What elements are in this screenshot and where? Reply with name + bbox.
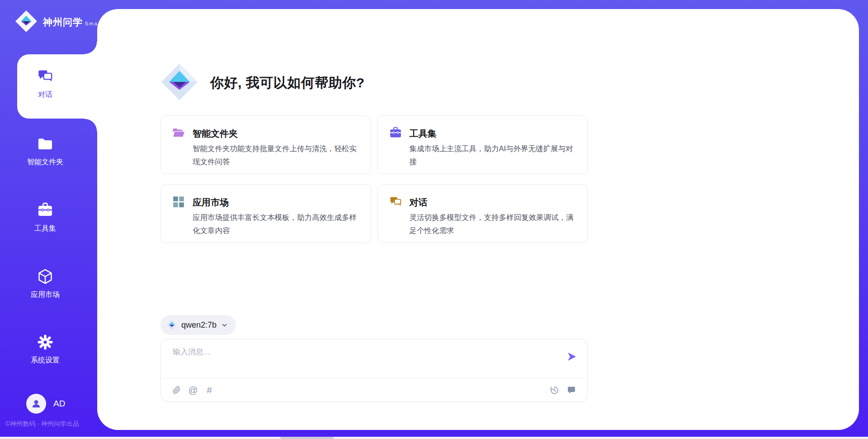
card-chat[interactable]: 对话 灵活切换多模型文件，支持多样回复效果调试，满足个性化需求: [377, 184, 588, 243]
model-diamond-logo-icon: [167, 320, 177, 330]
model-selector[interactable]: qwen2:7b: [160, 315, 236, 335]
avatar: [26, 394, 46, 414]
user-initials: AD: [53, 399, 65, 409]
sidebar-item-smart-folder[interactable]: 智能文件夹: [0, 135, 90, 167]
card-title: 应用市场: [193, 196, 229, 209]
active-nav-fillet-bottom: [85, 119, 97, 131]
sidebar-item-label: 系统设置: [0, 356, 90, 365]
toolbox-icon: [389, 126, 402, 142]
sidebar-item-label: 智能文件夹: [0, 157, 90, 167]
paperclip-icon[interactable]: [172, 385, 182, 396]
sidebar-item-label: 对话: [0, 90, 90, 100]
model-name: qwen2:7b: [181, 320, 217, 330]
folder-icon: [37, 135, 54, 154]
card-toolbox[interactable]: 工具集 集成市场上主流工具，助力AI与外界无缝扩展与对接: [377, 115, 588, 174]
sidebar-item-label: 工具集: [0, 224, 90, 234]
grid-icon: [172, 195, 185, 210]
feature-cards: 智能文件夹 智能文件夹功能支持批量文件上传与清洗，轻松实现文件问答 工具集 集成…: [160, 115, 588, 243]
card-title: 对话: [410, 196, 428, 209]
chat-icon: [389, 195, 402, 210]
card-app-market[interactable]: 应用市场 应用市场提供丰富长文本模板，助力高效生成多样化文章内容: [160, 184, 371, 243]
brand-diamond-logo-icon: [15, 10, 38, 34]
horizontal-scrollbar-track: [0, 437, 868, 439]
chat-bubble-icon[interactable]: [566, 385, 576, 396]
message-input[interactable]: [172, 346, 562, 375]
history-icon[interactable]: [549, 385, 559, 396]
card-title: 工具集: [410, 128, 437, 140]
greeting-title: 你好, 我可以如何帮助你?: [210, 74, 365, 92]
composer-toolbar: @ #: [172, 382, 576, 398]
chat-icon: [37, 68, 54, 87]
composer-divider: [161, 378, 587, 378]
card-description: 集成市场上主流工具，助力AI与外界无缝扩展与对接: [410, 142, 578, 168]
copyright-text: ©神州数码 · 神州问学出品: [5, 420, 100, 428]
horizontal-scrollbar-thumb[interactable]: [280, 437, 334, 439]
message-composer: @ #: [160, 339, 588, 402]
at-icon[interactable]: @: [188, 385, 198, 396]
person-icon: [30, 397, 42, 410]
sidebar-item-toolbox[interactable]: 工具集: [0, 202, 90, 234]
toolbox-icon: [37, 202, 54, 221]
user-profile[interactable]: AD: [26, 394, 65, 414]
cube-icon: [37, 268, 54, 287]
brand-subtitle: Smart Vision: [85, 21, 125, 26]
hash-icon[interactable]: #: [204, 385, 214, 396]
chevron-down-icon: [221, 322, 228, 329]
sidebar-item-chat[interactable]: 对话: [0, 68, 90, 100]
sidebar-item-settings[interactable]: 系统设置: [0, 334, 90, 365]
card-title: 智能文件夹: [193, 128, 238, 140]
active-nav-fillet-top: [85, 42, 97, 54]
card-description: 智能文件夹功能支持批量文件上传与清洗，轻松实现文件问答: [193, 142, 361, 168]
gear-icon: [37, 334, 54, 353]
card-description: 应用市场提供丰富长文本模板，助力高效生成多样化文章内容: [193, 211, 361, 237]
sidebar-item-label: 应用市场: [0, 290, 90, 300]
brand-logo-block: 神州问学 Smart Vision: [15, 10, 125, 34]
greeting-diamond-logo-icon: [160, 63, 198, 103]
app-root: 神州问学 Smart Vision 对话 智能文件夹: [0, 0, 868, 439]
send-icon[interactable]: [566, 351, 577, 362]
folder-open-icon: [172, 126, 185, 142]
brand-name: 神州问学: [43, 17, 83, 27]
greeting-block: 你好, 我可以如何帮助你?: [160, 63, 365, 102]
sidebar-item-app-market[interactable]: 应用市场: [0, 268, 90, 300]
card-smart-folder[interactable]: 智能文件夹 智能文件夹功能支持批量文件上传与清洗，轻松实现文件问答: [160, 115, 371, 174]
card-description: 灵活切换多模型文件，支持多样回复效果调试，满足个性化需求: [410, 211, 578, 237]
